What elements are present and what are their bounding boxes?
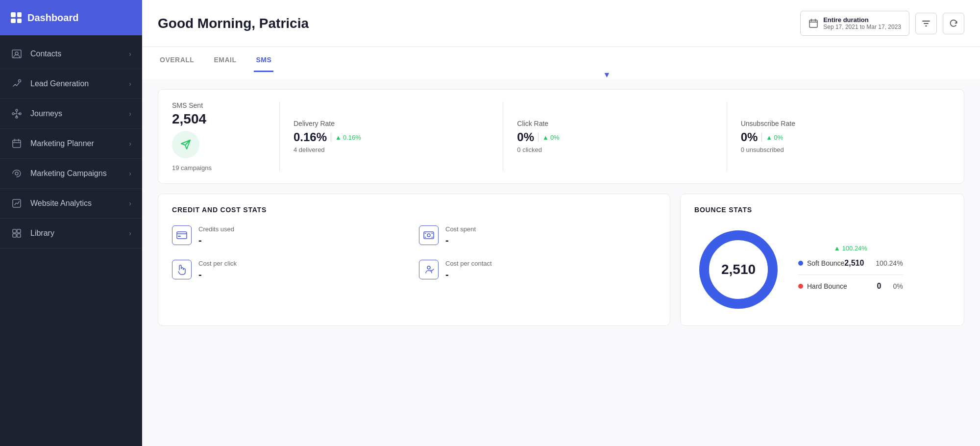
- date-range-button[interactable]: Entire duration Sep 17, 2021 to Mar 17, …: [800, 11, 909, 36]
- donut-center: 2,510: [721, 262, 756, 277]
- sms-sent-label: SMS Sent: [172, 101, 266, 109]
- bounce-content: 2,510 ▲ 100.24%: [694, 225, 950, 314]
- cost-spent-label: Cost spent: [445, 225, 476, 233]
- tab-email[interactable]: EMAIL: [212, 47, 238, 72]
- sidebar-item-journeys[interactable]: Journeys ›: [0, 99, 142, 129]
- svg-rect-10: [13, 229, 16, 233]
- bounce-donut-chart: 2,510: [694, 225, 783, 314]
- filter-button[interactable]: [915, 13, 937, 34]
- bounce-section-title: BOUNCE STATS: [694, 206, 950, 214]
- svg-point-2: [19, 80, 21, 82]
- sidebar-item-library[interactable]: Library ›: [0, 219, 142, 248]
- tab-sms[interactable]: SMS: [254, 47, 273, 72]
- sms-sent-block: SMS Sent 2,504 19 campaigns: [172, 101, 280, 172]
- analytics-icon: [11, 198, 23, 209]
- bottom-section: CREDIT AND COST STATS Credits used -: [158, 194, 964, 326]
- click-rate-value: 0%: [517, 130, 534, 144]
- soft-bounce-label: Soft Bounce: [807, 259, 844, 267]
- contact-cost-icon: [419, 260, 439, 279]
- chevron-right-icon: ›: [129, 80, 131, 88]
- svg-rect-17: [424, 232, 434, 239]
- sidebar-label-analytics: Website Analytics: [30, 199, 92, 208]
- unsubscribe-rate-label: Unsubscribe Rate: [741, 120, 936, 127]
- sidebar-header[interactable]: Dashboard: [0, 0, 142, 35]
- cost-per-click-item: Cost per click -: [172, 260, 409, 280]
- sidebar-item-marketing-campaigns[interactable]: Marketing Campaigns ›: [0, 159, 142, 189]
- svg-rect-15: [177, 232, 187, 239]
- planner-icon: [11, 138, 23, 149]
- soft-bounce-dot: [798, 261, 803, 266]
- main-header: Good Morning, Patricia Entire duration S…: [142, 0, 980, 47]
- soft-bounce-value: 2,510: [844, 259, 864, 268]
- tabs-bar: OVERALL EMAIL SMS: [142, 47, 980, 73]
- svg-rect-12: [13, 234, 16, 237]
- greeting: Good Morning, Patricia: [158, 16, 309, 31]
- sidebar-label-planner: Marketing Planner: [30, 139, 94, 148]
- date-range-label: Entire duration: [823, 16, 901, 24]
- svg-rect-16: [178, 236, 181, 237]
- main-content: Good Morning, Patricia Entire duration S…: [142, 0, 980, 446]
- delivery-rate-block: Delivery Rate 0.16% ▲0.16% 4 delivered: [280, 101, 503, 172]
- cost-per-click-label: Cost per click: [198, 260, 237, 267]
- sidebar-item-website-analytics[interactable]: Website Analytics ›: [0, 189, 142, 219]
- delivery-rate-value: 0.16%: [294, 130, 327, 144]
- svg-rect-14: [809, 20, 817, 27]
- sms-sent-icon: [172, 131, 199, 158]
- unsubscribe-rate-value: 0%: [741, 130, 758, 144]
- credit-cost-card: CREDIT AND COST STATS Credits used -: [158, 194, 670, 326]
- cost-per-contact-item: Cost per contact -: [419, 260, 656, 280]
- header-controls: Entire duration Sep 17, 2021 to Mar 17, …: [800, 11, 964, 36]
- cost-spent-item: Cost spent -: [419, 225, 656, 246]
- content-area: SMS Sent 2,504 19 campaigns Delivery Rat…: [142, 79, 980, 446]
- sidebar-label-contacts: Contacts: [30, 50, 61, 58]
- calendar-icon: [808, 19, 818, 28]
- credits-used-item: Credits used -: [172, 225, 409, 246]
- chevron-right-icon: ›: [129, 140, 131, 148]
- sidebar-item-marketing-planner[interactable]: Marketing Planner ›: [0, 129, 142, 159]
- click-rate-block: Click Rate 0% ▲0% 0 clicked: [503, 101, 727, 172]
- sms-campaigns: 19 campaigns: [172, 164, 266, 172]
- refresh-button[interactable]: [943, 13, 964, 34]
- hard-bounce-dot: [798, 284, 803, 289]
- click-rate-change: ▲0%: [542, 134, 560, 141]
- date-range-value: Sep 17, 2021 to Mar 17, 2023: [823, 24, 901, 30]
- svg-point-8: [15, 172, 18, 175]
- sidebar-item-contacts[interactable]: Contacts ›: [0, 39, 142, 69]
- hard-bounce-item: Hard Bounce 0 0%: [798, 275, 903, 297]
- credit-section-title: CREDIT AND COST STATS: [172, 206, 656, 214]
- lead-icon: [11, 78, 23, 90]
- money-icon: [419, 225, 439, 245]
- svg-rect-11: [17, 229, 21, 233]
- sidebar-label-journeys: Journeys: [30, 109, 62, 118]
- unsubscribed-count: 0 unsubscribed: [741, 146, 936, 153]
- hard-bounce-pct: 0%: [893, 282, 903, 290]
- delivery-rate-label: Delivery Rate: [294, 120, 489, 127]
- cost-spent-value: -: [445, 235, 476, 246]
- soft-bounce-item: Soft Bounce 2,510 100.24%: [798, 252, 903, 275]
- bounce-legend: Soft Bounce 2,510 100.24% Har: [798, 252, 903, 297]
- cost-per-contact-value: -: [445, 269, 492, 280]
- click-icon: [172, 260, 192, 279]
- chevron-right-icon: ›: [129, 229, 131, 237]
- unsubscribe-rate-block: Unsubscribe Rate 0% ▲0% 0 unsubscribed: [727, 101, 950, 172]
- delivery-rate-change: ▲0.16%: [335, 134, 361, 141]
- date-range-text: Entire duration Sep 17, 2021 to Mar 17, …: [823, 16, 901, 30]
- hard-bounce-value: 0: [877, 282, 881, 291]
- svg-point-3: [12, 113, 14, 115]
- library-icon: [11, 227, 23, 239]
- campaigns-icon: [11, 168, 23, 179]
- svg-rect-13: [17, 234, 21, 237]
- chevron-right-icon: ›: [129, 199, 131, 207]
- svg-point-19: [427, 266, 430, 269]
- svg-point-1: [15, 52, 18, 55]
- sms-stats-card: SMS Sent 2,504 19 campaigns Delivery Rat…: [158, 89, 964, 184]
- tab-overall[interactable]: OVERALL: [158, 47, 196, 72]
- contacts-icon: [11, 48, 23, 60]
- credits-used-label: Credits used: [198, 225, 234, 233]
- delivered-count: 4 delivered: [294, 146, 489, 153]
- clicked-count: 0 clicked: [517, 146, 712, 153]
- chevron-right-icon: ›: [129, 50, 131, 58]
- sidebar-item-lead-generation[interactable]: Lead Generation ›: [0, 69, 142, 99]
- chevron-right-icon: ›: [129, 170, 131, 177]
- credits-used-value: -: [198, 235, 234, 246]
